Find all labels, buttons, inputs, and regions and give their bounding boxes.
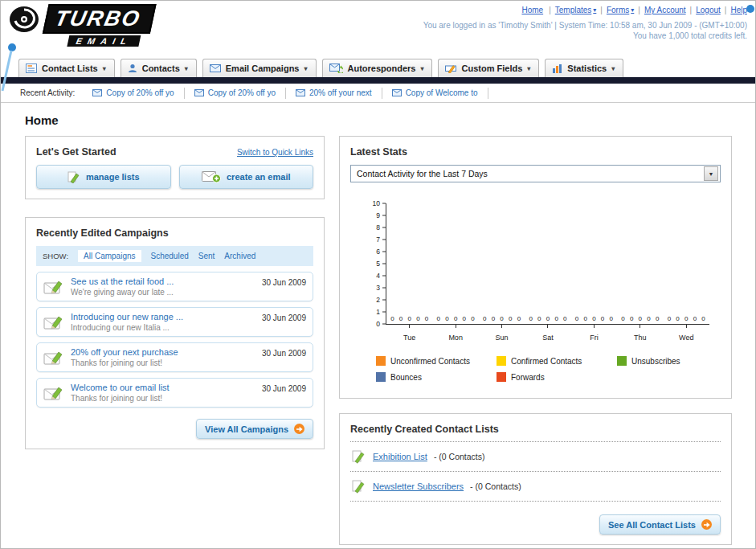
logo-line1: TURBO bbox=[43, 4, 157, 34]
nav-link-label: Logout bbox=[696, 6, 721, 14]
app-logo[interactable]: TURBO EMAIL bbox=[7, 4, 152, 47]
contact-list-row: Exhibition List - (0 Contacts) bbox=[350, 442, 721, 472]
page-title: Home bbox=[25, 113, 730, 127]
legend-swatch-icon bbox=[376, 372, 386, 382]
x-axis-label: Sat bbox=[542, 334, 554, 342]
campaign-subtitle: Introducing our new Italia ... bbox=[71, 323, 255, 332]
filter-all-campaigns[interactable]: All Campaigns bbox=[78, 250, 141, 262]
filter-scheduled[interactable]: Scheduled bbox=[151, 252, 189, 260]
campaign-title-link[interactable]: See us at the retail food ... bbox=[71, 277, 255, 286]
see-all-contact-lists-button[interactable]: See All Contact Lists bbox=[599, 514, 721, 535]
recent-activity-item[interactable]: Copy of 20% off yo bbox=[185, 88, 286, 99]
envelope-icon bbox=[92, 89, 102, 96]
tab-contacts[interactable]: Contacts ▾ bbox=[121, 59, 197, 77]
tab-autoresponders[interactable]: Autoresponders ▾ bbox=[322, 59, 433, 77]
recent-activity-label: Recent Activity: bbox=[20, 88, 75, 97]
filter-sent[interactable]: Sent bbox=[198, 252, 215, 260]
legend-label: Unconfirmed Contacts bbox=[390, 357, 470, 366]
contact-list-name-link[interactable]: Exhibition List bbox=[373, 452, 427, 461]
view-all-campaigns-button[interactable]: View All Campaigns bbox=[196, 419, 313, 439]
nav-link-templates[interactable]: Templates▾ bbox=[555, 6, 597, 14]
chart-value-labels: 0 0 0 0 0 bbox=[479, 315, 525, 322]
chevron-down-icon: ▾ bbox=[611, 65, 615, 72]
campaign-text: See us at the retail food ... We're givi… bbox=[71, 277, 255, 297]
campaign-text: 20% off your next purchase Thanks for jo… bbox=[71, 347, 255, 367]
recent-activity-link[interactable]: Copy of 20% off yo bbox=[208, 88, 276, 97]
recent-campaigns-panel: Recently Edited Campaigns SHOW: All Camp… bbox=[25, 217, 325, 449]
statistics-icon bbox=[552, 64, 562, 73]
page: TURBO EMAIL Home | Templates▾ | Forms▾ |… bbox=[0, 0, 756, 549]
x-axis-cell: Fri bbox=[571, 325, 617, 343]
campaign-filter-bar: SHOW: All Campaigns Scheduled Sent Archi… bbox=[36, 246, 313, 266]
nav-link-forms[interactable]: Forms▾ bbox=[607, 6, 634, 14]
x-axis-label: Mon bbox=[448, 334, 463, 342]
envelope-pencil-icon bbox=[43, 279, 64, 295]
nav-link-label: Templates bbox=[555, 6, 592, 14]
legend-item: Bounces bbox=[376, 372, 497, 382]
x-axis-cell: Mon bbox=[432, 325, 478, 343]
nav-link-label: My Account bbox=[644, 6, 686, 14]
get-started-title: Let's Get Started bbox=[36, 146, 116, 158]
chevron-down-icon: ▾ bbox=[185, 65, 188, 72]
campaign-title-link[interactable]: Welcome to our email list bbox=[71, 383, 255, 392]
legend-swatch-icon bbox=[497, 372, 506, 382]
campaign-date: 30 Jun 2009 bbox=[262, 349, 306, 358]
nav-link-my-account[interactable]: My Account bbox=[644, 6, 686, 14]
recent-activity-link[interactable]: Copy of 20% off yo bbox=[106, 88, 174, 97]
recent-activity-item[interactable]: 20% off your next bbox=[286, 88, 382, 99]
campaign-title-link[interactable]: Introducing our new range ... bbox=[71, 312, 255, 322]
recent-activity-link[interactable]: 20% off your next bbox=[309, 88, 372, 97]
tab-label: Statistics bbox=[567, 64, 607, 73]
legend-label: Confirmed Contacts bbox=[511, 357, 582, 366]
create-email-button[interactable]: create an email bbox=[179, 165, 314, 189]
nav-link-help[interactable]: Help bbox=[730, 6, 747, 14]
tab-custom-fields[interactable]: Custom Fields ▾ bbox=[438, 59, 539, 77]
recent-activity-item[interactable]: Copy of Welcome to bbox=[382, 88, 488, 99]
top-navigation: Home | Templates▾ | Forms▾ | My Account … bbox=[521, 6, 747, 14]
nav-link-logout[interactable]: Logout bbox=[696, 6, 721, 14]
manage-lists-button[interactable]: manage lists bbox=[36, 165, 171, 189]
recent-activity-item[interactable]: Copy of 20% off yo bbox=[83, 88, 184, 99]
campaign-subtitle: We're giving away our late ... bbox=[71, 288, 255, 297]
nav-link-label: Forms bbox=[607, 6, 629, 14]
create-email-label: create an email bbox=[227, 172, 291, 182]
chevron-down-icon: ▾ bbox=[527, 65, 530, 72]
chart-group: 0 0 0 0 0 bbox=[386, 203, 432, 324]
recent-contact-lists-panel: Recently Created Contact Lists Exhibitio… bbox=[339, 413, 732, 545]
manage-lists-label: manage lists bbox=[86, 172, 140, 182]
x-axis-tick bbox=[409, 325, 410, 328]
chevron-down-icon: ▾ bbox=[103, 65, 106, 72]
y-axis-label: 4 bbox=[376, 272, 380, 280]
x-axis-tick bbox=[456, 325, 456, 328]
recent-activity-link[interactable]: Copy of Welcome to bbox=[406, 88, 478, 97]
chart-value-labels: 0 0 0 0 0 bbox=[386, 315, 432, 322]
tab-statistics[interactable]: Statistics ▾ bbox=[545, 59, 623, 77]
x-axis-cell: Wed bbox=[664, 325, 709, 343]
contact-lists-title: Recently Created Contact Lists bbox=[350, 424, 721, 442]
y-axis-label: 1 bbox=[376, 308, 380, 316]
x-axis-label: Fri bbox=[590, 334, 599, 342]
contact-list-detail: - (0 Contacts) bbox=[434, 452, 485, 461]
nav-link-label: Help bbox=[730, 6, 747, 14]
y-axis-label: 9 bbox=[376, 211, 380, 219]
filter-archived[interactable]: Archived bbox=[224, 252, 255, 260]
campaign-subtitle: Thanks for joining our list! bbox=[71, 394, 255, 403]
contact-list-name-link[interactable]: Newsletter Subscribers bbox=[373, 481, 464, 491]
logo-text: TURBO EMAIL bbox=[39, 4, 156, 47]
contact-lists-icon bbox=[26, 64, 37, 73]
legend-swatch-icon bbox=[617, 356, 627, 366]
tab-label: Contacts bbox=[142, 64, 180, 73]
recent-activity-bar: Recent Activity: Copy of 20% off yo Copy… bbox=[1, 84, 755, 103]
nav-link-home[interactable]: Home bbox=[521, 6, 545, 14]
tab-contact-lists[interactable]: Contact Lists ▾ bbox=[18, 59, 115, 77]
tab-email-campaigns[interactable]: Email Campaigns ▾ bbox=[202, 59, 317, 77]
y-axis-label: 7 bbox=[376, 236, 380, 244]
switch-to-quick-links[interactable]: Switch to Quick Links bbox=[237, 148, 313, 157]
campaign-date: 30 Jun 2009 bbox=[262, 278, 306, 287]
stats-activity-select[interactable]: Contact Activity for the Last 7 Days ▼ bbox=[350, 165, 721, 182]
envelope-pencil-icon bbox=[43, 350, 64, 366]
envelope-plus-icon bbox=[202, 170, 221, 183]
x-axis-label: Wed bbox=[679, 334, 693, 342]
chart-group: 0 0 0 0 0 bbox=[571, 203, 617, 324]
campaign-title-link[interactable]: 20% off your next purchase bbox=[71, 347, 255, 357]
